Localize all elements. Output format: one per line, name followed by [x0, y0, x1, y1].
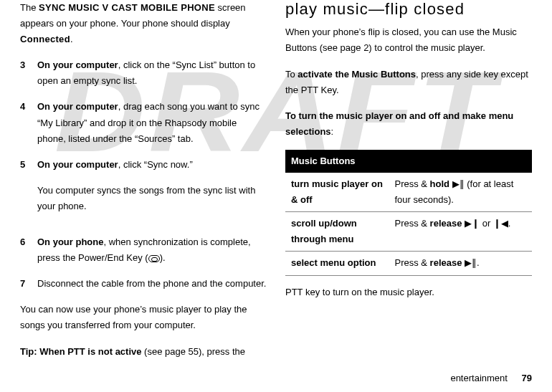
outro-paragraph: You can now use your phone’s music playe… — [20, 302, 267, 333]
section-heading: play music—flip closed — [285, 0, 532, 19]
power-end-key-icon — [148, 255, 160, 262]
step-number: 3 — [20, 57, 37, 89]
step-4: 4 On your computer, drag each song you w… — [20, 99, 267, 146]
right-column: play music—flip closed When your phone’s… — [285, 0, 532, 370]
tip-bold: Tip: When PTT is not active — [20, 346, 142, 357]
p3: To turn the music player on and off and … — [285, 108, 532, 140]
bold-word: release — [430, 218, 462, 229]
ptt-line: PTT key to turn on the music player. — [285, 285, 532, 300]
tip-text: (see page 55), press the — [142, 346, 246, 357]
table-row: select menu option Press & release ▶‖. — [285, 252, 532, 275]
step-bold: On your phone — [37, 236, 103, 247]
text: To — [285, 69, 298, 80]
step-5: 5 On your computer, click “Sync now.” Yo… — [20, 157, 267, 224]
step-6: 6 On your phone, when synchronization is… — [20, 234, 267, 266]
tip-paragraph: Tip: When PTT is not active (see page 55… — [20, 344, 267, 360]
step-number: 5 — [20, 157, 37, 224]
step-close: ). — [160, 252, 166, 263]
play-pause-icon: ▶‖ — [465, 257, 477, 268]
table-row: turn music player on & off Press & hold … — [285, 173, 532, 212]
screen-name: SYNC MUSIC V CAST MOBILE PHONE — [39, 2, 215, 13]
text: The — [20, 2, 39, 13]
step-text: Disconnect the cable from the phone and … — [37, 276, 267, 292]
play-pause-icon: ▶‖ — [452, 178, 465, 189]
step-7: 7 Disconnect the cable from the phone an… — [20, 276, 267, 292]
p2: To activate the Music Buttons, press any… — [285, 67, 532, 98]
page-footer: entertainment 79 — [450, 371, 532, 386]
text: or — [480, 218, 493, 229]
step-bold: On your computer — [37, 59, 118, 70]
step-number: 4 — [20, 99, 37, 146]
step-3: 3 On your computer, click on the “Sync L… — [20, 57, 267, 89]
bold-phrase: To turn the music player on and off and … — [285, 110, 513, 137]
text: . — [70, 34, 73, 44]
row-action: scroll up/down through menu — [285, 212, 389, 252]
table-row: scroll up/down through menu Press & rele… — [285, 212, 532, 252]
bold-word: release — [430, 257, 462, 268]
step-body: On your phone, when synchronization is c… — [37, 234, 267, 266]
status-connected: Connected — [20, 34, 70, 44]
bold-word: hold — [430, 178, 449, 189]
bold-phrase: activate the Music Buttons — [298, 69, 416, 80]
intro-paragraph: The SYNC MUSIC V CAST MOBILE PHONE scree… — [20, 0, 267, 47]
step-bold: On your computer — [37, 101, 118, 112]
text: Press & — [394, 218, 429, 229]
text: Press & — [394, 178, 429, 189]
left-column: The SYNC MUSIC V CAST MOBILE PHONE scree… — [20, 0, 267, 370]
step-number: 6 — [20, 234, 37, 266]
music-buttons-table: Music Buttons turn music player on & off… — [285, 150, 532, 276]
row-action: turn music player on & off — [285, 173, 389, 212]
footer-page-number: 79 — [522, 373, 532, 383]
step-body: On your computer, click “Sync now.” You … — [37, 157, 267, 224]
text: Press & — [394, 257, 429, 268]
step-5-aftertext: You computer syncs the songs from the sy… — [37, 183, 267, 214]
row-instruction: Press & hold ▶‖ (for at least four secon… — [389, 173, 532, 212]
row-instruction: Press & release ▶❙ or ❙◀. — [389, 212, 532, 252]
text: . — [477, 257, 480, 268]
step-body: On your computer, click on the “Sync Lis… — [37, 57, 267, 89]
text: . — [508, 218, 511, 229]
row-action: select menu option — [285, 252, 389, 275]
row-instruction: Press & release ▶‖. — [389, 252, 532, 275]
p1: When your phone’s flip is closed, you ca… — [285, 24, 532, 56]
footer-section-label: entertainment — [450, 373, 508, 383]
page-columns: The SYNC MUSIC V CAST MOBILE PHONE scree… — [20, 0, 532, 370]
step-bold: On your computer — [37, 159, 118, 170]
prev-track-icon: ❙◀ — [493, 218, 508, 229]
step-number: 7 — [20, 276, 37, 292]
text: : — [331, 126, 334, 137]
next-track-icon: ▶❙ — [465, 218, 480, 229]
step-text: , click “Sync now.” — [118, 159, 193, 170]
step-body: On your computer, drag each song you wan… — [37, 99, 267, 146]
table-header: Music Buttons — [285, 150, 532, 173]
